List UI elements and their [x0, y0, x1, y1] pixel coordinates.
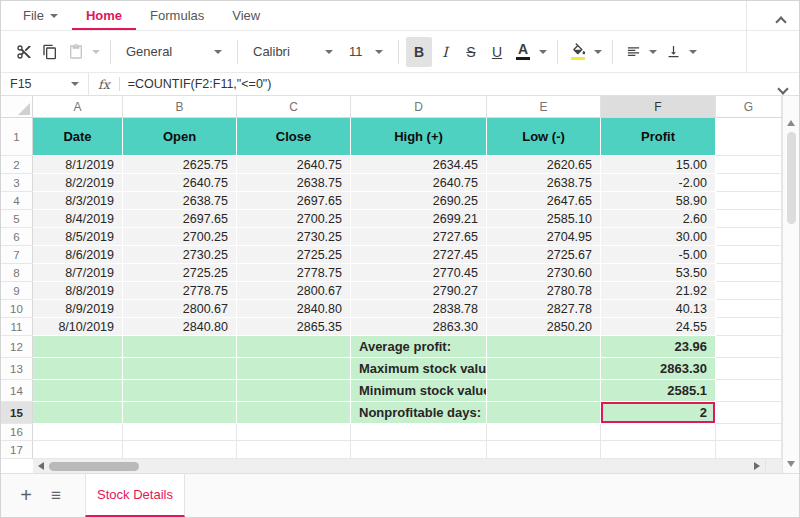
cell-E10[interactable]: 2827.78: [487, 300, 601, 318]
cell-G17[interactable]: [716, 441, 782, 459]
hscroll-thumb[interactable]: [49, 462, 139, 471]
cell-F15[interactable]: 2: [601, 402, 716, 424]
font-name-dropdown[interactable]: Calibri: [245, 37, 341, 67]
cell-A4[interactable]: 8/3/2019: [33, 192, 123, 210]
vertical-align-dropdown-button[interactable]: [686, 37, 700, 67]
scroll-down-arrow-icon[interactable]: [787, 461, 795, 467]
fill-color-dropdown-button[interactable]: [591, 37, 605, 67]
row-header-2[interactable]: 2: [1, 156, 33, 174]
cell-G16[interactable]: [716, 424, 782, 441]
cell-C14[interactable]: [237, 380, 351, 402]
text-align-dropdown-button[interactable]: [646, 37, 660, 67]
cell-B11[interactable]: 2840.80: [123, 318, 237, 336]
cell-A5[interactable]: 8/4/2019: [33, 210, 123, 228]
cell-E13[interactable]: [487, 358, 601, 380]
cell-F7[interactable]: -5.00: [601, 246, 716, 264]
cell-G13[interactable]: [716, 358, 782, 380]
cell-E15[interactable]: [487, 402, 601, 424]
cell-C16[interactable]: [237, 424, 351, 441]
collapse-ribbon-button[interactable]: [777, 12, 785, 30]
cell-B2[interactable]: 2625.75: [123, 156, 237, 174]
text-align-button[interactable]: [620, 37, 646, 67]
cut-button[interactable]: [11, 37, 37, 67]
cell-A8[interactable]: 8/7/2019: [33, 264, 123, 282]
row-header-1[interactable]: 1: [1, 118, 33, 156]
cell-D15[interactable]: Nonprofitable days:: [351, 402, 487, 424]
scroll-up-arrow-icon[interactable]: [787, 120, 795, 126]
name-box[interactable]: F15: [1, 73, 89, 95]
cell-G11[interactable]: [716, 318, 782, 336]
cell-E9[interactable]: 2780.78: [487, 282, 601, 300]
cell-E7[interactable]: 2725.67: [487, 246, 601, 264]
row-header-12[interactable]: 12: [1, 336, 33, 358]
cell-A10[interactable]: 8/9/2019: [33, 300, 123, 318]
cell-A13[interactable]: [33, 358, 123, 380]
cell-B3[interactable]: 2640.75: [123, 174, 237, 192]
cell-G6[interactable]: [716, 228, 782, 246]
cell-A1[interactable]: Date: [33, 118, 123, 156]
cell-D10[interactable]: 2838.78: [351, 300, 487, 318]
column-header-C[interactable]: C: [237, 96, 351, 117]
cell-D1[interactable]: High (+): [351, 118, 487, 156]
cell-F16[interactable]: [601, 424, 716, 441]
cell-E14[interactable]: [487, 380, 601, 402]
column-header-E[interactable]: E: [487, 96, 601, 117]
scroll-left-arrow-icon[interactable]: [38, 462, 44, 470]
cell-F6[interactable]: 30.00: [601, 228, 716, 246]
cell-B6[interactable]: 2700.25: [123, 228, 237, 246]
cell-F10[interactable]: 40.13: [601, 300, 716, 318]
cell-G2[interactable]: [716, 156, 782, 174]
select-all-corner[interactable]: [1, 96, 33, 117]
cell-E12[interactable]: [487, 336, 601, 358]
vertical-scrollbar[interactable]: [782, 96, 799, 473]
bold-button[interactable]: B: [406, 37, 432, 67]
cell-B17[interactable]: [123, 441, 237, 459]
row-header-6[interactable]: 6: [1, 228, 33, 246]
row-header-7[interactable]: 7: [1, 246, 33, 264]
cell-G1[interactable]: [716, 118, 782, 156]
cell-E17[interactable]: [487, 441, 601, 459]
cell-B16[interactable]: [123, 424, 237, 441]
cell-D3[interactable]: 2640.75: [351, 174, 487, 192]
cell-B5[interactable]: 2697.65: [123, 210, 237, 228]
cell-D2[interactable]: 2634.45: [351, 156, 487, 174]
cell-F4[interactable]: 58.90: [601, 192, 716, 210]
cell-B7[interactable]: 2730.25: [123, 246, 237, 264]
scroll-right-arrow-icon[interactable]: [754, 462, 760, 470]
cell-G9[interactable]: [716, 282, 782, 300]
vertical-align-button[interactable]: [660, 37, 686, 67]
cell-C15[interactable]: [237, 402, 351, 424]
cell-F5[interactable]: 2.60: [601, 210, 716, 228]
cell-D14[interactable]: Minimum stock value:: [351, 380, 487, 402]
strikethrough-button[interactable]: S: [458, 37, 484, 67]
cell-B1[interactable]: Open: [123, 118, 237, 156]
add-sheet-button[interactable]: +: [11, 474, 41, 517]
formula-input[interactable]: =COUNTIF(F2:F11,"<=0"): [128, 77, 799, 91]
cell-D5[interactable]: 2699.21: [351, 210, 487, 228]
cell-F14[interactable]: 2585.1: [601, 380, 716, 402]
cell-C2[interactable]: 2640.75: [237, 156, 351, 174]
cell-C9[interactable]: 2800.67: [237, 282, 351, 300]
cell-B13[interactable]: [123, 358, 237, 380]
vscroll-thumb[interactable]: [787, 132, 796, 224]
cell-A2[interactable]: 8/1/2019: [33, 156, 123, 174]
cell-C3[interactable]: 2638.75: [237, 174, 351, 192]
cell-D17[interactable]: [351, 441, 487, 459]
row-header-10[interactable]: 10: [1, 300, 33, 318]
cell-B4[interactable]: 2638.75: [123, 192, 237, 210]
cell-G8[interactable]: [716, 264, 782, 282]
row-header-9[interactable]: 9: [1, 282, 33, 300]
cell-A15[interactable]: [33, 402, 123, 424]
row-header-5[interactable]: 5: [1, 210, 33, 228]
cell-G14[interactable]: [716, 380, 782, 402]
cell-A3[interactable]: 8/2/2019: [33, 174, 123, 192]
tab-file[interactable]: File: [9, 1, 72, 30]
fill-color-button[interactable]: [565, 37, 591, 67]
cell-G10[interactable]: [716, 300, 782, 318]
cell-F9[interactable]: 21.92: [601, 282, 716, 300]
cell-A14[interactable]: [33, 380, 123, 402]
hscroll-track[interactable]: [33, 459, 765, 473]
cell-A12[interactable]: [33, 336, 123, 358]
cell-B9[interactable]: 2778.75: [123, 282, 237, 300]
cell-E16[interactable]: [487, 424, 601, 441]
